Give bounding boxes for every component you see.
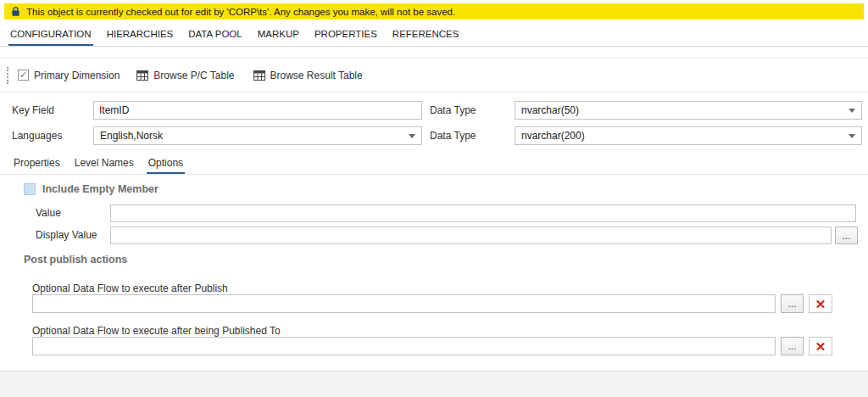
- primary-dimension-checkbox[interactable]: ✓: [18, 70, 29, 81]
- browse-result-table-button[interactable]: Browse Result Table: [253, 70, 363, 81]
- table-icon: [253, 70, 265, 81]
- subtab-options[interactable]: Options: [147, 153, 185, 174]
- main-tab-bar: CONFIGURATION HIERARCHIES DATA POOL MARK…: [0, 24, 868, 47]
- flow-after-publish-clear-button[interactable]: ✕: [809, 294, 832, 313]
- banner-text: This object is currently checked out for…: [26, 7, 455, 17]
- display-value-label: Display Value: [36, 226, 97, 244]
- languages-select[interactable]: English,Norsk: [93, 126, 422, 145]
- subtab-level-names[interactable]: Level Names: [73, 153, 136, 174]
- lock-icon: [11, 6, 20, 17]
- include-empty-member-label: Include Empty Member: [42, 183, 159, 195]
- flow-after-published-to-input[interactable]: [32, 337, 776, 355]
- clear-x-icon: ✕: [815, 340, 826, 353]
- clear-x-icon: ✕: [815, 298, 826, 310]
- data-type-2-value: nvarchar(200): [521, 130, 585, 142]
- subtab-properties[interactable]: Properties: [12, 153, 62, 174]
- value-label: Value: [36, 204, 61, 222]
- languages-value: English,Norsk: [100, 130, 163, 142]
- flow-after-published-to-clear-button[interactable]: ✕: [809, 337, 832, 355]
- check-icon: ✓: [19, 70, 27, 80]
- data-type-2-label: Data Type: [430, 126, 476, 145]
- data-type-1-select[interactable]: nvarchar(50): [515, 101, 862, 120]
- tab-hierarchies[interactable]: HIERARCHIES: [105, 24, 175, 46]
- tab-configuration[interactable]: CONFIGURATION: [8, 24, 93, 46]
- divider: [0, 174, 868, 175]
- languages-label: Languages: [12, 126, 62, 145]
- data-type-2-select[interactable]: nvarchar(200): [515, 126, 862, 145]
- toolbar: ✓ Primary Dimension Browse P/C Table B: [5, 59, 863, 91]
- toolbar-drag-handle[interactable]: [7, 67, 8, 84]
- chevron-down-icon: [849, 109, 855, 113]
- browse-pc-table-button[interactable]: Browse P/C Table: [136, 70, 234, 81]
- checked-out-banner: This object is currently checked out for…: [4, 3, 864, 20]
- tab-data-pool[interactable]: DATA POOL: [186, 24, 243, 46]
- divider: [0, 58, 868, 59]
- primary-dimension-label: Primary Dimension: [34, 70, 120, 81]
- include-empty-member-checkbox[interactable]: [24, 183, 36, 195]
- flow-after-publish-input[interactable]: [32, 294, 776, 313]
- display-value-browse-button[interactable]: ...: [835, 226, 858, 244]
- tab-references[interactable]: REFERENCES: [391, 24, 461, 46]
- key-field-label: Key Field: [12, 101, 54, 120]
- tab-properties[interactable]: PROPERTIES: [313, 24, 379, 46]
- window-background: [0, 371, 868, 397]
- flow-after-publish-browse-button[interactable]: ...: [781, 294, 804, 313]
- chevron-down-icon: [409, 134, 415, 138]
- key-field-input[interactable]: [93, 101, 422, 120]
- tab-markup[interactable]: MARKUP: [256, 24, 301, 46]
- value-input[interactable]: [110, 204, 856, 222]
- browse-result-table-label: Browse Result Table: [270, 70, 363, 81]
- display-value-input[interactable]: [110, 226, 832, 244]
- data-type-1-label: Data Type: [430, 101, 476, 120]
- post-publish-actions-heading: Post publish actions: [24, 254, 127, 266]
- divider: [0, 92, 868, 92]
- chevron-down-icon: [849, 134, 855, 138]
- sub-tab-bar: Properties Level Names Options: [12, 153, 185, 174]
- include-empty-member-row: Include Empty Member: [24, 183, 159, 195]
- data-type-1-value: nvarchar(50): [521, 104, 579, 116]
- table-icon: [136, 70, 148, 81]
- flow-after-published-to-browse-button[interactable]: ...: [781, 337, 804, 355]
- browse-pc-table-label: Browse P/C Table: [153, 70, 234, 81]
